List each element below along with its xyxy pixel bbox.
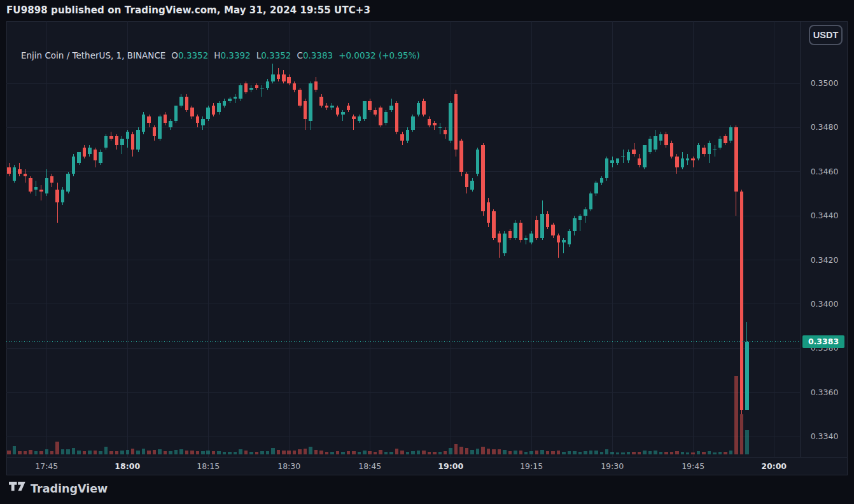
candle[interactable] (540, 214, 544, 238)
candle[interactable] (293, 83, 297, 90)
candle[interactable] (363, 101, 367, 119)
candle[interactable] (529, 234, 533, 242)
candle[interactable] (734, 127, 738, 192)
candle[interactable] (454, 94, 458, 150)
candle[interactable] (244, 83, 248, 92)
candle[interactable] (179, 97, 183, 106)
candle[interactable] (605, 158, 609, 178)
candle[interactable] (729, 127, 733, 141)
candle[interactable] (277, 74, 281, 79)
candle[interactable] (223, 101, 227, 106)
candle[interactable] (169, 121, 172, 127)
candle[interactable] (487, 202, 491, 222)
candle[interactable] (142, 115, 146, 132)
candle[interactable] (368, 101, 372, 110)
candle[interactable] (50, 176, 54, 183)
candle[interactable] (249, 88, 253, 90)
time-axis[interactable]: 17:4518:0018:1518:3018:4519:0019:1519:30… (6, 457, 848, 476)
candle[interactable] (319, 97, 323, 106)
candle[interactable] (400, 134, 404, 141)
candle[interactable] (594, 183, 598, 193)
candle[interactable] (99, 152, 102, 163)
symbol-title[interactable]: Enjin Coin / TetherUS, 1, BINANCE (21, 50, 165, 60)
candle[interactable] (88, 148, 92, 154)
candle[interactable] (83, 148, 87, 157)
candle[interactable] (654, 136, 657, 150)
candle[interactable] (503, 234, 507, 253)
candle[interactable] (600, 178, 604, 183)
candle[interactable] (55, 190, 59, 203)
candle[interactable] (61, 190, 65, 203)
candle[interactable] (266, 81, 270, 88)
candle[interactable] (77, 152, 81, 163)
symbol-legend[interactable]: Enjin Coin / TetherUS, 1, BINANCE O0.335… (21, 50, 420, 60)
candle[interactable] (325, 106, 329, 108)
tradingview-link[interactable]: TradingView (9, 482, 108, 495)
candle[interactable] (664, 134, 668, 145)
candle[interactable] (444, 130, 447, 134)
candle[interactable] (347, 106, 351, 110)
candle[interactable] (217, 103, 221, 112)
candle[interactable] (24, 174, 27, 176)
candle[interactable] (18, 169, 22, 174)
candle[interactable] (153, 127, 157, 136)
candle[interactable] (519, 223, 523, 241)
candle[interactable] (648, 139, 652, 152)
candle[interactable] (39, 190, 43, 192)
candle[interactable] (72, 157, 76, 174)
candle[interactable] (104, 136, 108, 147)
candle[interactable] (304, 101, 307, 119)
candle[interactable] (358, 116, 361, 121)
candle[interactable] (379, 108, 382, 125)
price-axis[interactable]: 0.35000.34800.34600.34400.34200.34000.33… (800, 21, 848, 457)
candle[interactable] (185, 97, 189, 110)
candle[interactable] (234, 97, 237, 99)
candle[interactable] (589, 193, 593, 209)
candle[interactable] (115, 136, 119, 145)
candle[interactable] (465, 174, 469, 187)
currency-toggle-button[interactable]: USDT (809, 25, 843, 45)
candle[interactable] (745, 342, 749, 410)
candle[interactable] (514, 223, 517, 238)
candle[interactable] (411, 116, 415, 130)
candle[interactable] (212, 106, 216, 115)
candle[interactable] (341, 112, 345, 114)
candle[interactable] (610, 160, 614, 162)
candle[interactable] (557, 235, 561, 242)
candle[interactable] (697, 145, 701, 158)
candle[interactable] (568, 231, 571, 244)
candle[interactable] (374, 110, 377, 115)
candle[interactable] (255, 85, 259, 87)
candle[interactable] (196, 116, 200, 123)
candle[interactable] (546, 214, 550, 227)
candle[interactable] (551, 225, 555, 235)
candle[interactable] (584, 209, 587, 216)
candle[interactable] (578, 216, 582, 220)
candle[interactable] (417, 103, 421, 114)
candle[interactable] (498, 234, 501, 242)
candle[interactable] (718, 139, 722, 148)
candle[interactable] (206, 108, 210, 118)
candle[interactable] (643, 145, 647, 167)
candle[interactable] (314, 81, 318, 90)
candle[interactable] (616, 158, 620, 163)
candle[interactable] (190, 108, 194, 116)
candle[interactable] (433, 123, 437, 125)
candle[interactable] (524, 238, 528, 240)
candle[interactable] (298, 90, 302, 105)
candle[interactable] (428, 119, 431, 125)
candle[interactable] (131, 134, 135, 150)
candle[interactable] (702, 148, 706, 154)
candle[interactable] (438, 127, 442, 128)
candle[interactable] (13, 167, 17, 181)
candle[interactable] (330, 106, 334, 108)
candle[interactable] (309, 83, 312, 121)
candle[interactable] (562, 240, 566, 242)
candle[interactable] (174, 106, 178, 121)
candle[interactable] (406, 130, 410, 141)
candle[interactable] (459, 141, 463, 172)
candle[interactable] (201, 119, 205, 125)
candle[interactable] (126, 132, 130, 138)
candle[interactable] (120, 139, 124, 145)
candle[interactable] (282, 74, 286, 81)
